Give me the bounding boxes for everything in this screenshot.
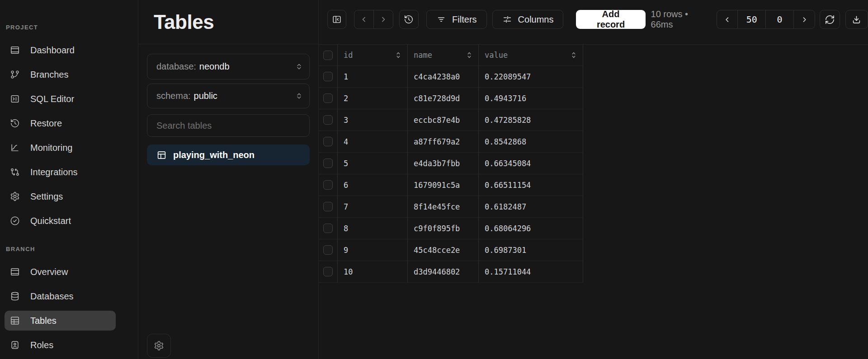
refresh-button[interactable]: [820, 10, 840, 29]
data-toolbar: Filters Columns Add record 10 rows • 66m…: [319, 0, 868, 45]
row-checkbox[interactable]: [323, 224, 333, 233]
cell-id[interactable]: 10: [338, 261, 408, 283]
columns-button[interactable]: Columns: [492, 10, 564, 29]
database-select[interactable]: database:neondb: [147, 54, 310, 79]
project-section: PROJECT Dashboard Branches SQL Editor: [0, 24, 138, 233]
git-branch-icon: [10, 70, 20, 79]
database-select-prefix: database:: [156, 61, 196, 71]
sidebar-item-dashboard[interactable]: Dashboard: [0, 38, 138, 62]
row-checkbox[interactable]: [323, 267, 333, 276]
sidebar-item-roles[interactable]: Roles: [0, 333, 138, 357]
cell-name[interactable]: eccbc87e4b: [408, 109, 479, 131]
cell-id[interactable]: 9: [338, 239, 408, 261]
cell-value[interactable]: 0.66345084: [479, 153, 583, 174]
sort-icon: [395, 51, 401, 59]
add-record-button[interactable]: Add record: [576, 10, 645, 29]
select-all-checkbox[interactable]: [323, 51, 333, 60]
sidebar-item-label: Branches: [30, 70, 69, 80]
cell-id[interactable]: 8: [338, 218, 408, 239]
cell-name[interactable]: 8f14e45fce: [408, 196, 479, 218]
sidebar-item-monitoring[interactable]: Monitoring: [0, 135, 138, 160]
cell-id[interactable]: 5: [338, 153, 408, 174]
cell-name[interactable]: e4da3b7fbb: [408, 153, 479, 174]
cell-value[interactable]: 0.66511154: [479, 174, 583, 196]
gear-icon: [10, 191, 20, 201]
sidebar-item-restore[interactable]: Restore: [0, 111, 138, 135]
cell-id[interactable]: 2: [338, 88, 408, 109]
project-sidebar: PROJECT Dashboard Branches SQL Editor: [0, 0, 138, 359]
query-history-button[interactable]: [399, 10, 419, 29]
column-header-id[interactable]: id: [338, 45, 408, 66]
column-header-value[interactable]: value: [479, 45, 583, 66]
search-tables-input[interactable]: [147, 114, 310, 137]
cell-id[interactable]: 6: [338, 174, 408, 196]
sidebar-item-label: Dashboard: [30, 45, 75, 56]
cell-id[interactable]: 1: [338, 66, 408, 88]
cell-name[interactable]: c81e728d9d: [408, 88, 479, 109]
cell-value[interactable]: 0.68064296: [479, 218, 583, 239]
forward-button[interactable]: [373, 10, 393, 28]
table-row: 8 c9f0f895fb 0.68064296: [319, 218, 584, 239]
row-checkbox-cell: [319, 109, 338, 131]
column-header-label: value: [485, 51, 508, 60]
check-circle-icon: [10, 216, 20, 226]
cell-name[interactable]: a87ff679a2: [408, 131, 479, 153]
sidebar-item-tables[interactable]: Tables: [5, 311, 116, 331]
row-checkbox[interactable]: [323, 93, 333, 103]
collapse-panel-button[interactable]: [327, 10, 346, 29]
cell-value[interactable]: 0.6182487: [479, 196, 583, 218]
database-select-value: neondb: [199, 61, 230, 71]
next-page-button[interactable]: [793, 10, 815, 28]
sql-editor-icon: [10, 94, 20, 104]
cell-value[interactable]: 0.15711044: [479, 261, 583, 283]
cell-id[interactable]: 7: [338, 196, 408, 218]
column-header-name[interactable]: name: [408, 45, 479, 66]
row-checkbox[interactable]: [323, 245, 333, 255]
row-checkbox[interactable]: [323, 180, 333, 190]
row-checkbox-cell: [319, 218, 338, 239]
table-list-item-playing-with-neon[interactable]: playing_with_neon: [147, 145, 310, 165]
panel-settings-button[interactable]: [147, 334, 171, 358]
history-nav-group: [354, 10, 393, 29]
sliders-icon: [502, 14, 512, 24]
branch-section-label: BRANCH: [6, 246, 138, 253]
cell-value[interactable]: 0.6987301: [479, 239, 583, 261]
row-checkbox[interactable]: [323, 159, 333, 168]
cell-name[interactable]: 1679091c5a: [408, 174, 479, 196]
table-row: 1 c4ca4238a0 0.22089547: [319, 66, 584, 88]
sidebar-item-databases[interactable]: Databases: [0, 284, 138, 308]
cell-name[interactable]: c9f0f895fb: [408, 218, 479, 239]
page-size-input[interactable]: 50: [737, 10, 765, 28]
page-offset-input[interactable]: 0: [765, 10, 793, 28]
schema-select-prefix: schema:: [156, 91, 191, 101]
cell-id[interactable]: 4: [338, 131, 408, 153]
cell-value[interactable]: 0.22089547: [479, 66, 583, 88]
cell-id[interactable]: 3: [338, 109, 408, 131]
filters-button[interactable]: Filters: [426, 10, 486, 29]
sidebar-item-sql-editor[interactable]: SQL Editor: [0, 87, 138, 111]
sidebar-item-settings[interactable]: Settings: [0, 184, 138, 209]
cell-value[interactable]: 0.4943716: [479, 88, 583, 109]
table-row: 9 45c48cce2e 0.6987301: [319, 239, 584, 261]
cell-name[interactable]: c4ca4238a0: [408, 66, 479, 88]
header-checkbox-cell: [319, 45, 338, 66]
back-button[interactable]: [354, 10, 373, 28]
sidebar-item-overview[interactable]: Overview: [0, 260, 138, 284]
row-checkbox[interactable]: [323, 137, 333, 146]
sidebar-item-quickstart[interactable]: Quickstart: [0, 209, 138, 233]
cell-name[interactable]: d3d9446802: [408, 261, 479, 283]
cell-value[interactable]: 0.47285828: [479, 109, 583, 131]
download-button[interactable]: [845, 10, 868, 29]
history-clock-icon: [404, 14, 414, 24]
cell-name[interactable]: 45c48cce2e: [408, 239, 479, 261]
sidebar-item-label: SQL Editor: [30, 94, 74, 104]
prev-page-button[interactable]: [717, 10, 737, 28]
sidebar-item-integrations[interactable]: Integrations: [0, 160, 138, 184]
sidebar-item-label: Overview: [30, 267, 68, 277]
sidebar-item-branches[interactable]: Branches: [0, 62, 138, 87]
cell-value[interactable]: 0.8542868: [479, 131, 583, 153]
row-checkbox[interactable]: [323, 202, 333, 211]
row-checkbox[interactable]: [323, 72, 333, 81]
schema-select[interactable]: schema:public: [147, 84, 310, 108]
row-checkbox[interactable]: [323, 115, 333, 125]
